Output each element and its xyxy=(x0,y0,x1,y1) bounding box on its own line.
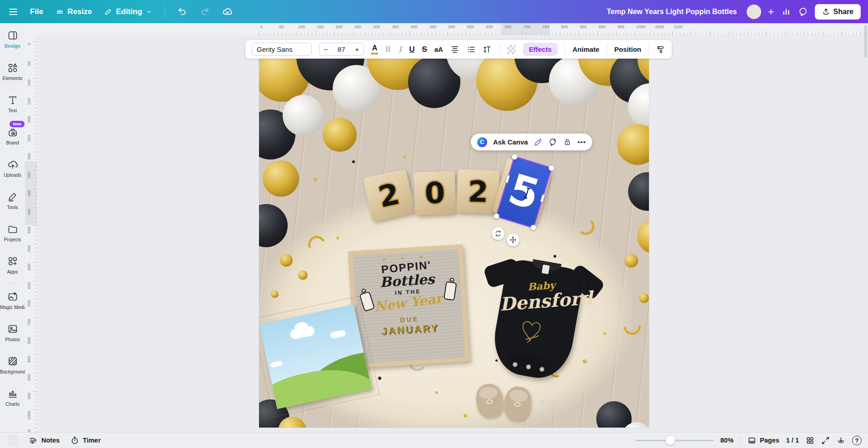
redo-button[interactable] xyxy=(200,7,210,16)
sidebar-divider xyxy=(5,283,20,283)
underline-button[interactable]: U xyxy=(409,45,414,54)
timer-button[interactable]: Timer xyxy=(70,436,100,445)
year-block-1[interactable]: 2 xyxy=(363,169,415,222)
chevron-down-icon xyxy=(146,9,152,15)
heart-doodle-icon xyxy=(516,317,547,345)
text-toolbar: Genty Sans − 87 + A B I U S aA Effects A… xyxy=(245,40,672,59)
comments-icon[interactable] xyxy=(798,7,808,17)
share-upload-icon xyxy=(822,8,830,15)
present-scroll-icon[interactable] xyxy=(837,436,845,445)
editing-mode-dropdown[interactable]: Editing xyxy=(105,7,152,16)
new-badge: New xyxy=(10,121,25,127)
toolbar-divider xyxy=(565,44,565,55)
font-size-value[interactable]: 87 xyxy=(338,45,345,53)
insights-icon[interactable] xyxy=(781,7,791,17)
sidebar-item-tools[interactable]: Tools xyxy=(0,184,25,217)
sidebar: Design Elements Text New Brand Uploads T… xyxy=(0,23,25,432)
document-title[interactable]: Temp New Years Light Poppin Bottles xyxy=(607,8,737,16)
transparency-button[interactable] xyxy=(507,45,516,54)
sign-line-january: JANUARY xyxy=(381,322,439,338)
sidebar-item-charts[interactable]: Charts xyxy=(0,381,25,413)
canva-assistant-icon[interactable]: C xyxy=(477,137,487,147)
projects-icon xyxy=(7,224,18,234)
bold-button[interactable]: B xyxy=(385,45,391,54)
elements-icon xyxy=(7,62,18,73)
sidebar-item-background[interactable]: Background xyxy=(0,349,25,381)
sidebar-item-text[interactable]: Text xyxy=(0,88,25,120)
main-menu-icon[interactable] xyxy=(9,7,17,17)
rotate-handle-button[interactable] xyxy=(492,227,504,240)
background-icon xyxy=(7,356,18,367)
brand-icon xyxy=(7,127,18,138)
font-size-increase-button[interactable]: + xyxy=(355,45,359,53)
sidebar-item-projects[interactable]: Projects xyxy=(0,217,25,249)
text-color-button[interactable]: A xyxy=(371,44,378,55)
copy-style-roller-icon[interactable] xyxy=(656,45,665,54)
text-spacing-button[interactable] xyxy=(483,45,492,54)
help-button[interactable]: ? xyxy=(852,436,862,445)
selection-handle-top-right[interactable] xyxy=(548,164,555,172)
workspace-scrollbar[interactable] xyxy=(864,25,867,58)
topbar-divider xyxy=(165,6,165,18)
font-family-selector[interactable]: Genty Sans xyxy=(252,43,312,56)
position-button[interactable]: Position xyxy=(614,45,641,53)
uploads-icon xyxy=(7,159,18,170)
resize-menu[interactable]: Resize xyxy=(56,7,92,16)
toolbar-divider xyxy=(499,44,500,55)
strikethrough-button[interactable]: S xyxy=(422,45,427,54)
sidebar-item-uploads[interactable]: Uploads xyxy=(0,152,25,184)
list-button[interactable] xyxy=(467,45,476,54)
zoom-percent[interactable]: 80% xyxy=(720,437,733,444)
sidebar-item-elements[interactable]: Elements xyxy=(0,55,25,88)
year-block-2[interactable]: 0 xyxy=(414,171,456,215)
bottom-bar: Notes Timer 80% Pages 1 / 1 ? xyxy=(0,432,868,448)
animate-button[interactable]: Animate xyxy=(573,45,599,53)
more-options-button[interactable]: ••• xyxy=(578,138,586,146)
avatar[interactable] xyxy=(747,5,761,19)
magic-media-icon xyxy=(7,291,18,302)
move-handle-button[interactable] xyxy=(507,234,519,246)
sidebar-item-design[interactable]: Design xyxy=(0,23,25,55)
baby-bottle-icon xyxy=(443,277,458,303)
alignment-button[interactable] xyxy=(450,45,459,54)
font-size-decrease-button[interactable]: − xyxy=(324,45,328,53)
timer-icon xyxy=(70,436,79,445)
notes-icon xyxy=(29,436,38,445)
undo-button[interactable] xyxy=(178,7,187,16)
comment-add-icon[interactable] xyxy=(549,138,557,146)
grid-view-icon[interactable] xyxy=(806,436,814,445)
magic-edit-icon[interactable] xyxy=(534,138,543,146)
crown-icon xyxy=(56,8,64,15)
sidebar-item-photos[interactable]: Photos xyxy=(0,317,25,349)
share-button[interactable]: Share xyxy=(815,4,861,20)
baby-onesie[interactable]: Baby Densford xyxy=(472,245,603,398)
lock-icon[interactable] xyxy=(563,138,572,146)
text-case-button[interactable]: aA xyxy=(434,45,443,53)
ask-canva-toolbar: C Ask Canva ••• xyxy=(471,134,592,150)
zoom-slider[interactable] xyxy=(635,440,713,441)
ruler-top: 0501001502002503003504004505005506006507… xyxy=(37,23,868,35)
sidebar-item-brand[interactable]: New Brand xyxy=(0,120,25,152)
fullscreen-icon[interactable] xyxy=(821,436,830,445)
pages-button[interactable]: Pages xyxy=(748,436,779,445)
design-page[interactable]: 2 0 2 5 C Ask Canva xyxy=(259,41,649,428)
notes-button[interactable]: Notes xyxy=(29,436,60,445)
zoom-slider-thumb[interactable] xyxy=(666,436,675,445)
italic-button[interactable]: I xyxy=(398,45,402,54)
sidebar-item-apps[interactable]: Apps xyxy=(0,249,25,281)
effects-button[interactable]: Effects xyxy=(523,43,558,56)
apps-icon xyxy=(7,256,18,267)
pages-icon xyxy=(748,436,756,445)
ask-canva-button[interactable]: Ask Canva xyxy=(493,138,528,146)
sidebar-item-magic-media[interactable]: Magic Media xyxy=(0,284,25,317)
add-member-button[interactable]: + xyxy=(768,6,774,17)
ruler-corner xyxy=(25,23,37,35)
doodle-icon[interactable] xyxy=(7,435,18,446)
file-menu[interactable]: File xyxy=(30,7,43,16)
charts-icon xyxy=(7,388,18,399)
design-icon xyxy=(7,30,18,41)
cloud-saved-icon xyxy=(222,6,233,17)
toolbar-divider xyxy=(649,44,649,55)
bottombar-divider xyxy=(740,436,741,445)
pencil-icon xyxy=(105,8,112,15)
